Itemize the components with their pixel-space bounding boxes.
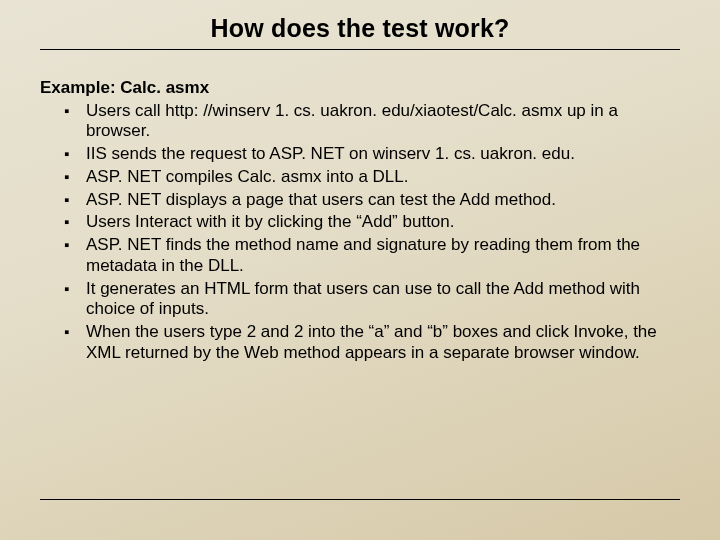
bullet-text: When the users type 2 and 2 into the “a”… xyxy=(86,322,657,362)
list-item: It generates an HTML form that users can… xyxy=(64,279,680,320)
example-label: Example: Calc. asmx xyxy=(40,78,680,99)
list-item: When the users type 2 and 2 into the “a”… xyxy=(64,322,680,363)
bullet-text: Users call http: //winserv 1. cs. uakron… xyxy=(86,101,618,141)
bullet-text: IIS sends the request to ASP. NET on win… xyxy=(86,144,575,163)
bullet-list: Users call http: //winserv 1. cs. uakron… xyxy=(40,101,680,364)
list-item: Users call http: //winserv 1. cs. uakron… xyxy=(64,101,680,142)
list-item: IIS sends the request to ASP. NET on win… xyxy=(64,144,680,165)
bullet-text: ASP. NET displays a page that users can … xyxy=(86,190,556,209)
slide-title: How does the test work? xyxy=(40,14,680,43)
slide: How does the test work? Example: Calc. a… xyxy=(0,0,720,540)
title-underline xyxy=(40,49,680,50)
bullet-text: ASP. NET compiles Calc. asmx into a DLL. xyxy=(86,167,409,186)
bullet-text: It generates an HTML form that users can… xyxy=(86,279,640,319)
list-item: Users Interact with it by clicking the “… xyxy=(64,212,680,233)
list-item: ASP. NET compiles Calc. asmx into a DLL. xyxy=(64,167,680,188)
bullet-text: ASP. NET finds the method name and signa… xyxy=(86,235,640,275)
slide-content: Example: Calc. asmx Users call http: //w… xyxy=(40,78,680,364)
list-item: ASP. NET displays a page that users can … xyxy=(64,190,680,211)
list-item: ASP. NET finds the method name and signa… xyxy=(64,235,680,276)
footer-rule xyxy=(40,499,680,500)
bullet-text: Users Interact with it by clicking the “… xyxy=(86,212,455,231)
